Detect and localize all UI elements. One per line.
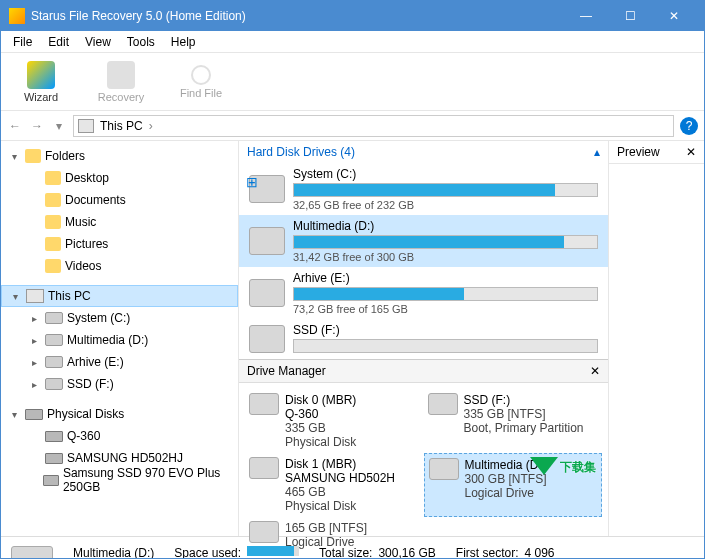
forward-button[interactable]: →: [29, 118, 45, 134]
findfile-button[interactable]: Find File: [171, 65, 231, 99]
drive-icon: [249, 457, 279, 479]
drive-icon: [249, 279, 285, 307]
tree-desktop[interactable]: ·Desktop: [1, 167, 238, 189]
usage-bar: [293, 339, 598, 353]
menu-file[interactable]: File: [5, 32, 40, 52]
breadcrumb[interactable]: This PC: [100, 119, 143, 133]
drive-icon: [45, 334, 63, 346]
status-drive-name: Multimedia (D:): [73, 546, 154, 560]
tree-music[interactable]: ·Music: [1, 211, 238, 233]
app-icon: [9, 8, 25, 24]
dm-disk[interactable]: SSD (F:)335 GB [NTFS]Boot, Primary Parti…: [424, 389, 603, 453]
drive-row[interactable]: Arhive (E:) 73,2 GB free of 165 GB: [239, 267, 608, 319]
tree-folders[interactable]: ▾Folders: [1, 145, 238, 167]
menu-edit[interactable]: Edit: [40, 32, 77, 52]
drive-manager-panel: Drive Manager ✕ Disk 0 (MBR)Q-360335 GBP…: [239, 359, 608, 559]
main-pane: Hard Disk Drives (4) ▴ System (C:) 32,65…: [239, 141, 609, 536]
drive-icon: [45, 356, 63, 368]
tree-pdisk-2[interactable]: ·Samsung SSD 970 EVO Plus 250GB: [1, 469, 238, 491]
chevron-right-icon: ›: [149, 119, 153, 133]
disk-icon: [45, 453, 63, 464]
disk-icon: [43, 475, 59, 486]
drive-free: 32,65 GB free of 232 GB: [293, 199, 598, 211]
disk-icon: [45, 431, 63, 442]
drive-name: Arhive (E:): [293, 271, 598, 285]
folder-icon: [45, 171, 61, 185]
titlebar: Starus File Recovery 5.0 (Home Edition) …: [1, 1, 704, 31]
toolbar: Wizard Recovery Find File: [1, 53, 704, 111]
drive-icon: [249, 393, 279, 415]
back-button[interactable]: ←: [7, 118, 23, 134]
drive-icon: [429, 458, 459, 480]
drive-row[interactable]: SSD (F:): [239, 319, 608, 359]
tree-videos[interactable]: ·Videos: [1, 255, 238, 277]
drive-name: SSD (F:): [293, 323, 598, 337]
menu-tools[interactable]: Tools: [119, 32, 163, 52]
tree-drive-d[interactable]: ▸Multimedia (D:): [1, 329, 238, 351]
folder-icon: [45, 215, 61, 229]
drive-free: 73,2 GB free of 165 GB: [293, 303, 598, 315]
tree-drive-f[interactable]: ▸SSD (F:): [1, 373, 238, 395]
search-icon: [191, 65, 211, 85]
drive-free: 31,42 GB free of 300 GB: [293, 251, 598, 263]
menu-view[interactable]: View: [77, 32, 119, 52]
folder-icon: [45, 237, 61, 251]
tree-pdisk-0[interactable]: ·Q-360: [1, 425, 238, 447]
drive-row[interactable]: Multimedia (D:) 31,42 GB free of 300 GB: [239, 215, 608, 267]
drive-icon: [249, 325, 285, 353]
pc-icon: [26, 289, 44, 303]
drive-icon: [249, 227, 285, 255]
wizard-icon: [27, 61, 55, 89]
collapse-icon[interactable]: ▴: [594, 145, 600, 159]
menubar: File Edit View Tools Help: [1, 31, 704, 53]
folder-icon: [45, 193, 61, 207]
usage-bar: [293, 287, 598, 301]
tree-thispc[interactable]: ▾This PC: [1, 285, 238, 307]
disk-icon: [25, 409, 43, 420]
folder-icon: [25, 149, 41, 163]
drives-header[interactable]: Hard Disk Drives (4) ▴: [239, 141, 608, 163]
usage-bar: [293, 235, 598, 249]
dm-disk[interactable]: Disk 0 (MBR)Q-360335 GBPhysical Disk: [245, 389, 424, 453]
dm-disk[interactable]: 165 GB [NTFS]Logical Drive: [245, 517, 424, 553]
folder-icon: [45, 259, 61, 273]
navbar: ← → ▾ This PC › ?: [1, 111, 704, 141]
drive-icon: [428, 393, 458, 415]
dm-disk[interactable]: Disk 1 (MBR)SAMSUNG HD502H465 GBPhysical…: [245, 453, 424, 517]
preview-title: Preview: [617, 145, 660, 159]
menu-help[interactable]: Help: [163, 32, 204, 52]
drive-icon: [45, 312, 63, 324]
address-bar[interactable]: This PC ›: [73, 115, 674, 137]
drive-icon: [45, 378, 63, 390]
drive-row[interactable]: System (C:) 32,65 GB free of 232 GB: [239, 163, 608, 215]
help-button[interactable]: ?: [680, 117, 698, 135]
close-icon[interactable]: ✕: [590, 364, 600, 378]
drive-icon: [249, 175, 285, 203]
drive-icon: [249, 521, 279, 543]
drive-icon: [11, 546, 53, 560]
drive-manager-title: Drive Manager: [247, 364, 326, 378]
maximize-button[interactable]: ☐: [608, 1, 652, 31]
close-button[interactable]: ✕: [652, 1, 696, 31]
tree-physical[interactable]: ▾Physical Disks: [1, 403, 238, 425]
tree-pictures[interactable]: ·Pictures: [1, 233, 238, 255]
drive-name: Multimedia (D:): [293, 219, 598, 233]
usage-bar: [293, 183, 598, 197]
tree-drive-e[interactable]: ▸Arhive (E:): [1, 351, 238, 373]
tree-documents[interactable]: ·Documents: [1, 189, 238, 211]
tree-drive-c[interactable]: ▸System (C:): [1, 307, 238, 329]
pc-icon: [78, 119, 94, 133]
recovery-button[interactable]: Recovery: [91, 61, 151, 103]
dm-disk[interactable]: Multimedia (D:)300 GB [NTFS]Logical Driv…: [424, 453, 603, 517]
window-title: Starus File Recovery 5.0 (Home Edition): [31, 9, 564, 23]
recovery-icon: [107, 61, 135, 89]
history-dropdown[interactable]: ▾: [51, 118, 67, 134]
wizard-button[interactable]: Wizard: [11, 61, 71, 103]
drive-name: System (C:): [293, 167, 598, 181]
sidebar: ▾Folders ·Desktop ·Documents ·Music ·Pic…: [1, 141, 239, 536]
preview-pane: Preview ✕: [609, 141, 704, 536]
minimize-button[interactable]: —: [564, 1, 608, 31]
close-icon[interactable]: ✕: [686, 145, 696, 159]
